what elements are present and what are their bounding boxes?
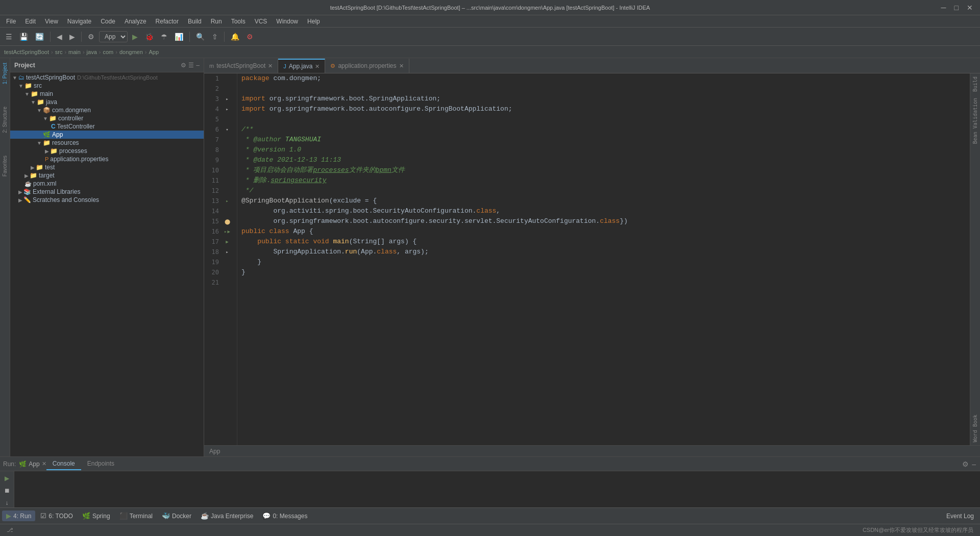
- tab-close-project[interactable]: ✕: [268, 63, 273, 69]
- tree-item-comdongmen[interactable]: ▼ 📦 com.dongmen: [10, 106, 204, 114]
- tree-item-appprops[interactable]: P application.properties: [10, 155, 204, 163]
- task-todo[interactable]: ☑ 6: TODO: [36, 511, 77, 521]
- title-bar: testActSpringBoot [D:\GithubTest\testAct…: [0, 0, 980, 15]
- run-scroll-end-button[interactable]: ↓: [3, 498, 11, 507]
- lgutter-5: [222, 114, 232, 124]
- bc-src[interactable]: src: [55, 49, 63, 55]
- rp-settings-icon[interactable]: ⚙: [962, 460, 969, 468]
- code-editor[interactable]: 1 2 3 ▸ 4 ▸ 5: [204, 73, 980, 445]
- tree-item-pomxml[interactable]: ☕ pom.xml: [10, 180, 204, 188]
- tree-item-resources[interactable]: ▼ 📁 resources: [10, 139, 204, 147]
- tree-item-scratches[interactable]: ▶ ✏️ Scratches and Consoles: [10, 196, 204, 204]
- filter-icon[interactable]: ☰: [188, 62, 194, 69]
- run-button[interactable]: ▶: [130, 31, 140, 42]
- search-everywhere-button[interactable]: 🔍: [193, 31, 207, 42]
- run-tab-close[interactable]: ✕: [42, 461, 46, 467]
- tree-item-app[interactable]: 🌿 App: [10, 131, 204, 139]
- run-tab-console[interactable]: Console: [46, 458, 81, 470]
- run-stop-button[interactable]: ⏹: [2, 486, 13, 496]
- menu-view[interactable]: View: [41, 17, 62, 26]
- tree-item-main[interactable]: ▼ 📁 main: [10, 90, 204, 98]
- menu-edit[interactable]: Edit: [21, 17, 40, 26]
- run-config-dropdown[interactable]: App: [99, 31, 128, 42]
- menu-refactor[interactable]: Refactor: [152, 17, 183, 26]
- lgutter-14: [222, 206, 232, 216]
- extlibs-label: External Libraries: [33, 188, 80, 195]
- coverage-button[interactable]: ☂: [158, 31, 170, 42]
- bc-sep-4: ›: [99, 49, 101, 55]
- save-button[interactable]: 💾: [17, 31, 31, 42]
- task-javaee[interactable]: ☕ Java Enterprise: [197, 511, 257, 521]
- run-tab-endpoints[interactable]: Endpoints: [81, 458, 120, 470]
- menu-code[interactable]: Code: [96, 17, 119, 26]
- bc-main[interactable]: main: [68, 49, 81, 55]
- tree-item-controller[interactable]: ▼ 📁 controller: [10, 114, 204, 122]
- rs-build-icon[interactable]: Build: [971, 73, 979, 95]
- task-messages[interactable]: 💬 0: Messages: [258, 511, 311, 521]
- sidebar-favorites-icon[interactable]: Favorites: [1, 154, 9, 178]
- tree-item-java[interactable]: ▼ 📁 java: [10, 98, 204, 106]
- bc-app[interactable]: App: [149, 49, 159, 55]
- vcs-button[interactable]: ⇧: [209, 31, 220, 42]
- task-terminal[interactable]: ⬛ Terminal: [115, 511, 157, 521]
- profile-button[interactable]: 📊: [172, 31, 186, 42]
- tree-item-processes[interactable]: ▶ 📁 processes: [10, 147, 204, 155]
- rp-minimize-icon[interactable]: –: [972, 460, 976, 468]
- menu-build[interactable]: Build: [184, 17, 206, 26]
- tree-item-testcontroller[interactable]: C TestController: [10, 122, 204, 131]
- task-spring[interactable]: 🌿 Spring: [78, 511, 114, 521]
- tree-item-test[interactable]: ▶ 📁 test: [10, 163, 204, 171]
- sync-button[interactable]: 🔄: [33, 31, 46, 42]
- bc-com[interactable]: com: [103, 49, 113, 55]
- project-view-button[interactable]: ☰: [3, 31, 15, 42]
- menu-file[interactable]: File: [2, 17, 20, 26]
- bc-java[interactable]: java: [87, 49, 97, 55]
- notifications-button[interactable]: 🔔: [228, 31, 242, 42]
- menu-vcs[interactable]: VCS: [251, 17, 272, 26]
- menu-navigate[interactable]: Navigate: [63, 17, 95, 26]
- task-docker-icon: 🐳: [162, 512, 170, 520]
- rs-beanval-icon[interactable]: Bean Validation: [971, 95, 979, 147]
- settings-button[interactable]: ⚙: [244, 31, 256, 42]
- menu-tools[interactable]: Tools: [227, 17, 250, 26]
- menu-run[interactable]: Run: [207, 17, 226, 26]
- task-docker[interactable]: 🐳 Docker: [158, 511, 195, 521]
- sidebar-project-icon[interactable]: 1: Project: [1, 61, 9, 86]
- edit-config-button[interactable]: ⚙: [85, 31, 97, 42]
- tab-appjava[interactable]: J App.java ✕: [278, 59, 325, 73]
- gear-icon[interactable]: ⚙: [181, 62, 186, 69]
- linenum-17: 17: [204, 237, 222, 247]
- bc-root[interactable]: testActSpringBoot: [4, 49, 49, 55]
- menu-help[interactable]: Help: [303, 17, 324, 26]
- tree-item-extlibs[interactable]: ▶ 📚 External Libraries: [10, 188, 204, 196]
- minimize-button[interactable]: ─: [939, 4, 948, 12]
- lgutter-3: ▸: [222, 94, 232, 104]
- bc-dongmen[interactable]: dongmen: [119, 49, 143, 55]
- title-text: testActSpringBoot [D:\GithubTest\testAct…: [5, 5, 975, 11]
- task-eventlog[interactable]: Event Log: [942, 511, 978, 521]
- tree-item-target[interactable]: ▶ 📁 target: [10, 171, 204, 180]
- back-button[interactable]: ◀: [54, 31, 65, 42]
- status-git-icon[interactable]: ⎇: [4, 527, 16, 533]
- tab-testactspringboot[interactable]: m testActSpringBoot ✕: [204, 59, 278, 73]
- forward-button[interactable]: ▶: [67, 31, 78, 42]
- tab-close-appprops[interactable]: ✕: [399, 63, 404, 69]
- code-content[interactable]: package com.dongmen; import org.springfr…: [237, 73, 970, 445]
- task-run[interactable]: ▶ 4: Run: [2, 511, 35, 521]
- project-header: Project ⚙ ☰ –: [10, 58, 204, 72]
- tree-item-src[interactable]: ▼ 📁 src: [10, 82, 204, 90]
- close-button[interactable]: ✕: [965, 4, 975, 12]
- debug-button[interactable]: 🐞: [142, 31, 156, 42]
- tree-item-root[interactable]: ▼ 🗂 testActSpringBoot D:\GithubTest\test…: [10, 73, 204, 82]
- run-restart-button[interactable]: ▶: [2, 473, 12, 483]
- sidebar-structure-icon[interactable]: 2: Structure: [1, 105, 9, 135]
- code-line-11: * 删除.springsecurity: [241, 175, 970, 186]
- rs-wordbook-icon[interactable]: Word Book: [971, 412, 979, 445]
- tab-appprops[interactable]: ⚙ application.properties ✕: [325, 59, 409, 73]
- tab-close-appjava[interactable]: ✕: [315, 63, 320, 70]
- menu-window[interactable]: Window: [272, 17, 302, 26]
- menu-analyze[interactable]: Analyze: [120, 17, 151, 26]
- collapse-icon[interactable]: –: [196, 62, 200, 69]
- maximize-button[interactable]: □: [952, 4, 961, 12]
- project-panel: Project ⚙ ☰ – ▼ 🗂 testActSpringBoot D:\G…: [10, 58, 204, 456]
